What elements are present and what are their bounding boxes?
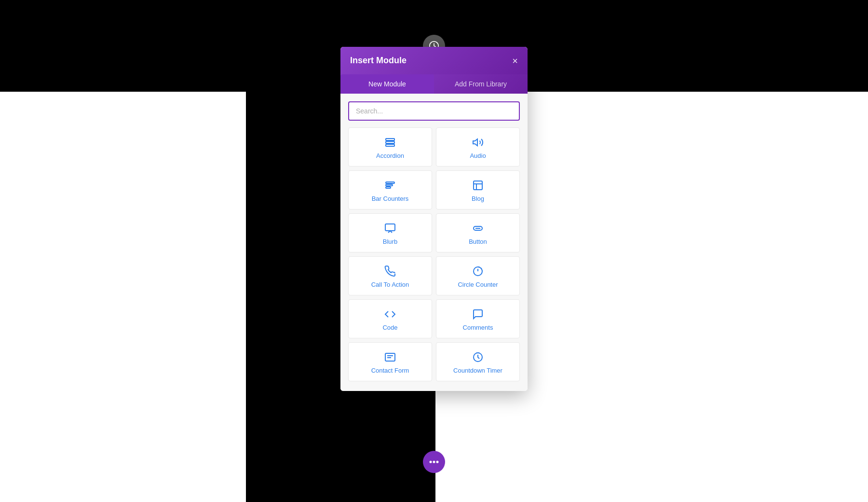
module-audio[interactable]: Audio	[436, 127, 520, 167]
comments-icon	[472, 308, 484, 320]
tab-new-module[interactable]: New Module	[340, 74, 434, 94]
module-audio-label: Audio	[470, 152, 486, 159]
module-code[interactable]: Code	[348, 299, 432, 338]
module-contact-form-label: Contact Form	[371, 367, 409, 374]
bar-counters-icon	[384, 180, 396, 191]
insert-module-modal: Insert Module × New Module Add From Libr…	[340, 47, 528, 391]
svg-rect-11	[385, 224, 395, 231]
module-circle-counter-label: Circle Counter	[458, 281, 498, 288]
module-countdown-timer[interactable]: Countdown Timer	[436, 342, 520, 381]
audio-icon	[472, 137, 484, 148]
tab-add-from-library[interactable]: Add From Library	[434, 74, 528, 94]
blurb-icon	[384, 223, 396, 234]
module-accordion-label: Accordion	[376, 152, 404, 159]
modules-grid: Accordion Audio Bar Counters	[348, 127, 520, 383]
module-circle-counter[interactable]: Circle Counter	[436, 256, 520, 295]
module-button[interactable]: Button	[436, 213, 520, 252]
dots-icon	[429, 460, 439, 463]
svg-rect-6	[386, 187, 391, 188]
module-bar-counters-label: Bar Counters	[372, 195, 409, 202]
module-accordion[interactable]: Accordion	[348, 127, 432, 167]
button-icon	[472, 223, 484, 234]
background-left	[0, 92, 246, 502]
code-icon	[384, 308, 396, 320]
countdown-timer-icon	[472, 351, 484, 363]
circle-counter-icon	[472, 265, 484, 277]
module-comments-label: Comments	[463, 324, 493, 331]
contact-form-icon	[384, 351, 396, 363]
call-to-action-icon	[384, 265, 396, 277]
module-code-label: Code	[382, 324, 397, 331]
modal-close-button[interactable]: ×	[512, 56, 518, 66]
blog-icon	[472, 180, 484, 191]
module-contact-form[interactable]: Contact Form	[348, 342, 432, 381]
modal-title: Insert Module	[350, 56, 407, 66]
bottom-circle-button[interactable]	[423, 451, 445, 473]
module-call-to-action-label: Call To Action	[371, 281, 409, 288]
svg-rect-5	[386, 184, 393, 186]
module-blog[interactable]: Blog	[436, 170, 520, 209]
module-bar-counters[interactable]: Bar Counters	[348, 170, 432, 209]
module-button-label: Button	[469, 238, 487, 245]
search-input[interactable]	[348, 101, 520, 121]
modal-body: Accordion Audio Bar Counters	[340, 94, 528, 391]
accordion-icon	[384, 137, 396, 148]
module-countdown-timer-label: Countdown Timer	[453, 367, 502, 374]
svg-rect-2	[386, 141, 394, 143]
svg-point-33	[436, 461, 439, 463]
module-blog-label: Blog	[472, 195, 484, 202]
svg-marker-4	[473, 139, 477, 146]
module-blurb-label: Blurb	[383, 238, 397, 245]
svg-point-32	[433, 461, 435, 463]
svg-point-31	[430, 461, 432, 463]
svg-rect-1	[386, 139, 394, 140]
svg-rect-8	[474, 181, 482, 190]
modal-header: Insert Module ×	[340, 47, 528, 74]
svg-rect-3	[386, 144, 394, 146]
modal-tabs: New Module Add From Library	[340, 74, 528, 94]
module-call-to-action[interactable]: Call To Action	[348, 256, 432, 295]
svg-rect-7	[386, 182, 394, 183]
module-blurb[interactable]: Blurb	[348, 213, 432, 252]
module-comments[interactable]: Comments	[436, 299, 520, 338]
